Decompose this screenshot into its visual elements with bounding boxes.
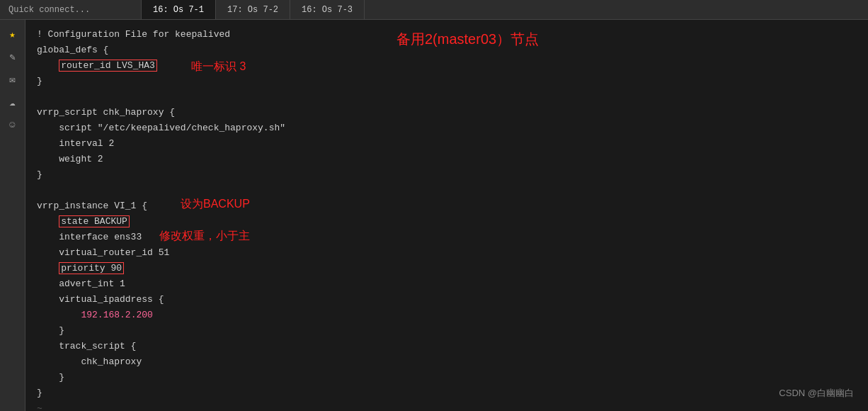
priority-highlight: priority 90 — [59, 262, 124, 274]
tab-bar: Quick connect... 16: Os 7-1 17: Os 7-2 1… — [0, 0, 868, 20]
tab-os71[interactable]: 16: Os 7-1 — [142, 0, 216, 19]
title-annotation: 备用2(master03）节点 — [396, 30, 539, 49]
code-line-18: } — [37, 323, 354, 339]
code-line-8: weight 2 — [37, 152, 354, 167]
tab-os72[interactable]: 17: Os 7-2 — [216, 0, 290, 19]
code-line-13: virtual_router_id 51 — [37, 245, 354, 261]
annotation-modify-priority: 修改权重，小于主 — [159, 229, 250, 244]
code-line-17: 192.168.2.200 — [37, 308, 354, 323]
code-line-9: } — [37, 167, 354, 183]
code-line-1: ! Configuration File for keepalived — [37, 27, 354, 43]
code-line-empty2 — [37, 183, 354, 198]
code-line-7: interval 2 — [37, 136, 354, 152]
code-line-5: vrrp_script chk_haproxy { — [37, 105, 354, 120]
code-line-21: } — [37, 370, 354, 385]
code-line-14: priority 90 — [37, 261, 354, 276]
code-line-6: script "/etc/keepalived/check_haproxy.sh… — [37, 120, 354, 136]
edit-icon[interactable]: ✎ — [4, 48, 21, 65]
code-line-11: state BACKUP — [37, 214, 354, 230]
ip-address: 192.168.2.200 — [81, 310, 152, 320]
cloud-icon[interactable]: ☁ — [4, 94, 21, 111]
state-backup-highlight: state BACKUP — [59, 215, 130, 227]
star-icon[interactable]: ★ — [4, 26, 21, 43]
user-icon[interactable]: ☺ — [4, 116, 21, 133]
code-line-empty1 — [37, 89, 354, 105]
tilde-1: ~ — [37, 401, 354, 411]
annotation-set-backup: 设为BACKUP — [181, 197, 250, 212]
code-line-15: advert_int 1 — [37, 276, 354, 292]
annotation-unique-id: 唯一标识 3 — [191, 60, 246, 74]
code-line-4: } — [37, 74, 354, 89]
code-line-22: } — [37, 385, 354, 401]
code-line-16: virtual_ipaddress { — [37, 292, 354, 308]
code-area: ! Configuration File for keepalived glob… — [25, 20, 365, 411]
attribution: CSDN @白幽幽白 — [779, 387, 854, 400]
mail-icon[interactable]: ✉ — [4, 71, 21, 88]
tab-os73[interactable]: 16: Os 7-3 — [290, 0, 365, 19]
sidebar: ★ ✎ ✉ ☁ ☺ — [0, 20, 25, 411]
code-line-19: track_script { — [37, 339, 354, 354]
code-line-2: global_defs { — [37, 43, 354, 58]
router-id-highlight: router_id LVS_HA3 — [59, 60, 157, 72]
code-line-20: chk_haproxy — [37, 354, 354, 370]
quick-connect-input[interactable]: Quick connect... — [0, 0, 142, 19]
